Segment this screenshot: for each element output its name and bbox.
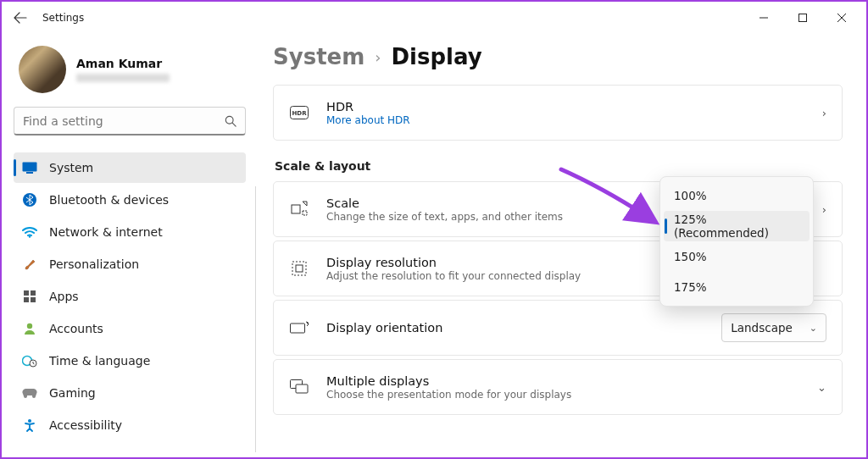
multiple-displays-icon [289, 379, 309, 395]
chevron-right-icon: › [822, 107, 826, 119]
sidebar-item-accounts[interactable]: Accounts [14, 313, 246, 344]
sidebar-item-label: Personalization [49, 257, 139, 271]
chevron-right-icon: › [822, 203, 826, 216]
apps-icon [22, 289, 37, 304]
svg-rect-2 [23, 163, 37, 172]
hdr-title: HDR [326, 100, 822, 113]
svg-point-1 [225, 116, 233, 124]
sidebar-item-personalization[interactable]: Personalization [14, 249, 246, 279]
sidebar-item-label: Accounts [49, 322, 103, 335]
profile-email [76, 74, 170, 82]
brush-icon [22, 257, 37, 272]
orientation-title: Display orientation [326, 321, 721, 335]
minimize-icon [760, 14, 768, 22]
maximize-icon [798, 14, 807, 22]
maximize-button[interactable] [783, 4, 822, 31]
bluetooth-icon [22, 192, 37, 207]
hdr-icon: HDR [289, 106, 309, 119]
sidebar-item-bluetooth[interactable]: Bluetooth & devices [14, 185, 246, 215]
window-title: Settings [42, 12, 84, 24]
svg-rect-16 [292, 205, 300, 213]
search-input[interactable] [23, 114, 225, 128]
person-icon [22, 321, 37, 336]
breadcrumb-current: Display [392, 44, 482, 69]
svg-rect-6 [24, 290, 29, 296]
profile-name: Aman Kumar [76, 57, 170, 70]
multiple-displays-card[interactable]: Multiple displays Choose the presentatio… [273, 359, 843, 415]
sidebar-item-label: Gaming [49, 386, 96, 400]
chevron-down-icon: ⌄ [817, 381, 826, 394]
search-box[interactable] [14, 107, 246, 135]
avatar [19, 46, 66, 93]
sidebar-item-system[interactable]: System [14, 152, 246, 183]
svg-rect-7 [31, 290, 36, 296]
scale-option-125[interactable]: 125% (Recommended) [664, 211, 810, 241]
orientation-value: Landscape [731, 321, 793, 335]
gamepad-icon [22, 385, 37, 401]
sidebar: Aman Kumar System Bluetooth & devices Ne… [2, 34, 256, 457]
wifi-icon [22, 224, 37, 240]
sidebar-item-label: System [49, 161, 93, 174]
scale-option-175[interactable]: 175% [664, 272, 810, 302]
close-button[interactable] [822, 4, 861, 31]
minimize-button[interactable] [744, 4, 783, 31]
multiple-displays-subtitle: Choose the presentation mode for your di… [326, 389, 817, 401]
arrow-left-icon [14, 11, 27, 25]
sidebar-item-time-language[interactable]: Time & language [14, 346, 246, 376]
window-controls [744, 4, 861, 31]
sidebar-item-gaming[interactable]: Gaming [14, 378, 246, 408]
sidebar-divider [255, 186, 256, 452]
svg-point-10 [27, 324, 32, 329]
svg-point-13 [28, 419, 31, 423]
breadcrumb: System › Display [273, 44, 843, 69]
sidebar-item-label: Apps [49, 290, 79, 303]
sidebar-item-apps[interactable]: Apps [14, 281, 246, 312]
breadcrumb-parent[interactable]: System [273, 44, 364, 69]
profile-block[interactable]: Aman Kumar [14, 37, 246, 107]
multiple-displays-title: Multiple displays [326, 374, 817, 388]
back-button[interactable] [7, 4, 34, 31]
scale-dropdown[interactable]: 100% 125% (Recommended) 150% 175% [659, 176, 814, 307]
svg-rect-3 [26, 172, 33, 174]
clock-globe-icon [22, 353, 37, 368]
chevron-right-icon: › [375, 48, 381, 66]
scale-icon [289, 201, 309, 218]
svg-rect-22 [296, 384, 308, 393]
close-icon [837, 14, 846, 22]
sidebar-item-label: Time & language [49, 354, 150, 368]
sidebar-item-network[interactable]: Network & internet [14, 217, 246, 247]
orientation-select[interactable]: Landscape ⌄ [721, 313, 826, 342]
sidebar-item-label: Network & internet [49, 225, 163, 239]
chevron-down-icon: ⌄ [810, 323, 817, 334]
orientation-icon [289, 321, 309, 335]
svg-rect-19 [296, 265, 303, 272]
nav-list: System Bluetooth & devices Network & int… [14, 152, 246, 440]
svg-rect-8 [24, 297, 29, 302]
titlebar: Settings [2, 2, 866, 34]
svg-rect-17 [303, 211, 307, 215]
hdr-card[interactable]: HDR HDR More about HDR › [273, 85, 843, 141]
sidebar-item-label: Bluetooth & devices [49, 193, 169, 207]
scale-option-150[interactable]: 150% [664, 241, 810, 272]
sidebar-item-label: Accessibility [49, 418, 122, 432]
svg-rect-9 [31, 297, 36, 302]
svg-point-5 [29, 235, 31, 237]
section-title-scale-layout: Scale & layout [275, 159, 843, 173]
resolution-icon [289, 260, 309, 277]
monitor-icon [22, 160, 37, 175]
svg-rect-18 [292, 262, 306, 275]
svg-text:HDR: HDR [292, 110, 307, 117]
search-icon [225, 115, 236, 127]
svg-rect-20 [291, 324, 305, 333]
sidebar-item-accessibility[interactable]: Accessibility [14, 410, 246, 440]
orientation-card: Display orientation Landscape ⌄ [273, 300, 843, 356]
accessibility-icon [22, 418, 37, 433]
hdr-more-link[interactable]: More about HDR [326, 114, 822, 126]
scale-option-100[interactable]: 100% [664, 180, 810, 211]
svg-rect-0 [799, 14, 807, 22]
